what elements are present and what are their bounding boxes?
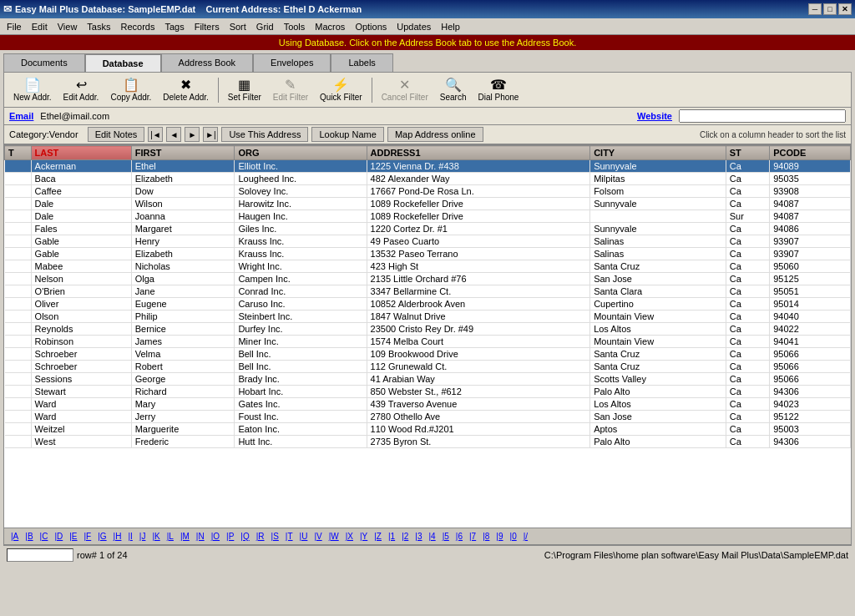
website-label[interactable]: Website: [637, 111, 672, 121]
nav-first-button[interactable]: |◄: [148, 127, 163, 142]
alpha-btn-I[interactable]: |I: [124, 530, 135, 543]
table-row[interactable]: RobinsonJamesMiner Inc.1574 Melba CourtM…: [5, 336, 851, 348]
menu-item-file[interactable]: File: [2, 20, 27, 33]
table-row[interactable]: CaffeeDowSolovey Inc.17667 Pond-De Rosa …: [5, 185, 851, 198]
tab-database[interactable]: Database: [85, 53, 161, 72]
tab-labels[interactable]: Labels: [331, 53, 392, 72]
toolbar-btn-dial-phone[interactable]: ☎Dial Phone: [473, 75, 523, 104]
toolbar-btn-set-filter[interactable]: ▦Set Filter: [224, 75, 266, 104]
lookup-name-button[interactable]: Lookup Name: [311, 127, 384, 142]
alpha-btn-J[interactable]: |J: [136, 530, 149, 543]
alpha-btn-N[interactable]: |N: [193, 530, 208, 543]
col-header-city[interactable]: CITY: [590, 146, 726, 160]
alpha-btn-1[interactable]: |1: [385, 530, 398, 543]
toolbar-btn-new-addr-[interactable]: 📄New Addr.: [9, 75, 56, 104]
tab-documents[interactable]: Documents: [3, 53, 85, 72]
alpha-btn-V[interactable]: |V: [311, 530, 325, 543]
table-row[interactable]: GableElizabethKrauss Inc.13532 Paseo Ter…: [5, 248, 851, 260]
menu-item-updates[interactable]: Updates: [392, 20, 436, 33]
table-row[interactable]: WardJerryFoust Inc.2780 Othello AveSan J…: [5, 411, 851, 423]
menu-item-filters[interactable]: Filters: [190, 20, 225, 33]
col-header-last[interactable]: LAST: [31, 146, 131, 160]
alpha-btn-T[interactable]: |T: [282, 530, 296, 543]
menu-item-sort[interactable]: Sort: [225, 20, 251, 33]
alpha-btn-C[interactable]: |C: [37, 530, 52, 543]
menu-item-options[interactable]: Options: [350, 20, 392, 33]
table-row[interactable]: FalesMargaretGiles Inc.1220 Cortez Dr. #…: [5, 223, 851, 235]
table-row[interactable]: OlsonPhilipSteinbert Inc.1847 Walnut Dri…: [5, 311, 851, 323]
use-this-address-button[interactable]: Use This Address: [221, 127, 308, 142]
alpha-btn-D[interactable]: |D: [51, 530, 66, 543]
table-row[interactable]: DaleWilsonHarowitz Inc.1089 Rockefeller …: [5, 198, 851, 210]
alpha-btn-6[interactable]: |6: [453, 530, 466, 543]
alpha-btn-2[interactable]: |2: [398, 530, 412, 543]
email-label[interactable]: Email: [9, 111, 33, 121]
alpha-btn-O[interactable]: |O: [208, 530, 223, 543]
table-row[interactable]: SchroeberVelmaBell Inc.109 Brookwood Dri…: [5, 348, 851, 361]
table-row[interactable]: StewartRichardHobart Inc.850 Webster St.…: [5, 386, 851, 398]
alpha-btn-4[interactable]: |4: [426, 530, 439, 543]
table-row[interactable]: WeitzelMargueriteEaton Inc.110 Wood Rd.#…: [5, 423, 851, 436]
alpha-btn-R[interactable]: |R: [253, 530, 268, 543]
col-header-address1[interactable]: ADDRESS1: [367, 146, 590, 160]
alpha-btn-E[interactable]: |E: [66, 530, 80, 543]
alpha-btn-L[interactable]: |L: [164, 530, 177, 543]
nav-next-button[interactable]: ►: [185, 127, 200, 142]
table-row[interactable]: OliverEugeneCaruso Inc.10852 Alderbrook …: [5, 298, 851, 311]
nav-last-button[interactable]: ►|: [203, 127, 218, 142]
minimize-button[interactable]: ─: [808, 3, 822, 15]
alpha-btn-Q[interactable]: |Q: [237, 530, 252, 543]
alpha-btn-5[interactable]: |5: [439, 530, 453, 543]
tab-address-book[interactable]: Address Book: [161, 53, 253, 72]
alpha-btn-X[interactable]: |X: [342, 530, 357, 543]
toolbar-btn-delete-addr-[interactable]: ✖Delete Addr.: [159, 75, 212, 104]
website-input[interactable]: [679, 109, 846, 123]
menu-item-tags[interactable]: Tags: [159, 20, 189, 33]
maximize-button[interactable]: □: [823, 3, 837, 15]
table-row[interactable]: BacaElizabethLougheed Inc.482 Alexander …: [5, 173, 851, 185]
alpha-btn-M[interactable]: |M: [177, 530, 193, 543]
menu-item-view[interactable]: View: [53, 20, 83, 33]
table-row[interactable]: WardMaryGates Inc.439 Traverso AvenueLos…: [5, 398, 851, 411]
toolbar-btn-copy-addr-[interactable]: 📋Copy Addr.: [106, 75, 155, 104]
alpha-btn-0[interactable]: |0: [507, 530, 520, 543]
table-row[interactable]: SchroeberRobertBell Inc.112 Grunewald Ct…: [5, 361, 851, 373]
menu-item-records[interactable]: Records: [115, 20, 159, 33]
col-header-t[interactable]: T: [5, 146, 32, 160]
table-row[interactable]: SessionsGeorgeBrady Inc.41 Arabian WaySc…: [5, 373, 851, 386]
alpha-btn-7[interactable]: |7: [466, 530, 479, 543]
col-header-org[interactable]: ORG: [235, 146, 367, 160]
menu-item-grid[interactable]: Grid: [251, 20, 279, 33]
menu-item-help[interactable]: Help: [436, 20, 465, 33]
table-row[interactable]: AckermanEthelElliott Inc.1225 Vienna Dr.…: [5, 160, 851, 173]
table-row[interactable]: NelsonOlgaCampen Inc.2135 Little Orchard…: [5, 273, 851, 285]
toolbar-btn-edit-addr-[interactable]: ↩Edit Addr.: [59, 75, 104, 104]
alpha-btn-Y[interactable]: |Y: [357, 530, 371, 543]
menu-item-edit[interactable]: Edit: [27, 20, 53, 33]
toolbar-btn-search[interactable]: 🔍Search: [436, 75, 471, 104]
data-table-container[interactable]: TLASTFIRSTORGADDRESS1CITYSTPCODE Ackerma…: [3, 144, 852, 528]
alpha-btn-G[interactable]: |G: [94, 530, 109, 543]
menu-item-tasks[interactable]: Tasks: [82, 20, 115, 33]
alpha-btn-U[interactable]: |U: [296, 530, 311, 543]
alpha-btn-P[interactable]: |P: [223, 530, 237, 543]
col-header-pcode[interactable]: PCODE: [770, 146, 851, 160]
alpha-btn-/[interactable]: |/: [520, 530, 531, 543]
alpha-btn-F[interactable]: |F: [81, 530, 95, 543]
alpha-btn-H[interactable]: |H: [110, 530, 125, 543]
alpha-btn-3[interactable]: |3: [412, 530, 425, 543]
tab-envelopes[interactable]: Envelopes: [253, 53, 331, 72]
menu-item-macros[interactable]: Macros: [310, 20, 350, 33]
table-row[interactable]: O'BrienJaneConrad Inc.3347 Bellarmine Ct…: [5, 285, 851, 298]
col-header-first[interactable]: FIRST: [131, 146, 235, 160]
alpha-btn-8[interactable]: |8: [479, 530, 493, 543]
close-button[interactable]: ✕: [838, 3, 852, 15]
table-row[interactable]: DaleJoannaHaugen Inc.1089 Rockefeller Dr…: [5, 210, 851, 223]
alpha-btn-B[interactable]: |B: [22, 530, 36, 543]
nav-prev-button[interactable]: ◄: [166, 127, 181, 142]
row-input[interactable]: [7, 548, 73, 562]
alpha-btn-S[interactable]: |S: [268, 530, 282, 543]
table-row[interactable]: GableHenryKrauss Inc.49 Paseo CuartoSali…: [5, 235, 851, 248]
alpha-btn-Z[interactable]: |Z: [371, 530, 385, 543]
table-row[interactable]: WestFredericHutt Inc.2735 Byron St.Palo …: [5, 436, 851, 448]
